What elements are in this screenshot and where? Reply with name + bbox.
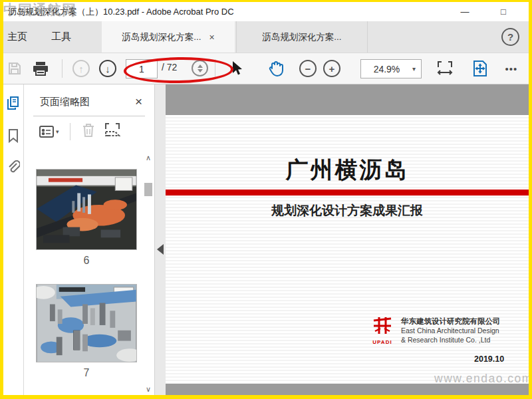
- page-7-preview-image: [36, 284, 137, 362]
- site-watermark: www.endao.com: [434, 372, 529, 384]
- maximize-button[interactable]: □: [497, 7, 510, 17]
- pdf-page: 广州横沥岛 规划深化设计方案成果汇报: [166, 115, 529, 384]
- page-number-input[interactable]: [126, 59, 158, 78]
- document-subtitle: 规划深化设计方案成果汇报: [166, 202, 529, 219]
- title-divider-line: [166, 190, 529, 196]
- title-bar: 沥岛规划深化方案（上）10.23.pdf - Adobe Acrobat Pro…: [3, 2, 529, 21]
- thumbnail-options-icon[interactable]: ▾: [39, 125, 59, 138]
- help-icon[interactable]: ?: [501, 28, 519, 46]
- next-page-icon[interactable]: ↓: [96, 53, 119, 84]
- panel-collapse-strip[interactable]: [155, 84, 166, 395]
- print-icon[interactable]: [29, 53, 53, 84]
- document-pane: 广州横沥岛 规划深化设计方案成果汇报: [166, 84, 529, 395]
- scrollbar-thumb[interactable]: [144, 183, 152, 196]
- navigation-icon-strip: [3, 84, 24, 395]
- window-title: 沥岛规划深化方案（上）10.23.pdf - Adobe Acrobat Pro…: [3, 6, 234, 18]
- page-thumbnails-icon[interactable]: [6, 95, 21, 114]
- thumbnail-page-7[interactable]: 7: [36, 284, 137, 379]
- chevron-down-icon: ▾: [56, 128, 59, 135]
- chevron-down-icon: ▾: [412, 65, 421, 72]
- minimize-button[interactable]: —: [458, 7, 471, 17]
- page-scroll-options-icon[interactable]: [192, 60, 208, 76]
- fit-width-icon[interactable]: [432, 53, 458, 84]
- more-tools-icon[interactable]: •••: [498, 53, 525, 84]
- bookmarks-icon[interactable]: [7, 128, 19, 146]
- select-tool-icon[interactable]: [224, 53, 248, 84]
- thumbnail-page-number: 6: [36, 250, 137, 267]
- document-tab-close-icon[interactable]: ×: [209, 32, 215, 43]
- upadi-logo-icon: [372, 317, 392, 338]
- company-name-en-1: East China Architectural Design: [401, 327, 501, 336]
- panel-close-icon[interactable]: ×: [135, 94, 145, 109]
- scroll-down-icon[interactable]: ∨: [143, 385, 154, 394]
- document-tab-active[interactable]: 沥岛规划深化方案... ×: [102, 21, 235, 53]
- thumbnail-list: 6: [24, 147, 154, 395]
- thumbnail-page-number: 7: [36, 362, 137, 379]
- page-count-label: / 72: [162, 62, 177, 72]
- document-date: 2019.10: [474, 354, 504, 364]
- delete-pages-icon[interactable]: [81, 122, 96, 141]
- zoom-level-value: 24.9%: [361, 64, 412, 74]
- document-tab-inactive[interactable]: 沥岛规划深化方案...: [236, 21, 368, 53]
- save-icon[interactable]: [3, 53, 26, 84]
- document-tab-label: 沥岛规划深化方案...: [122, 31, 201, 43]
- company-name-en-2: & Research Institute Co. ,Ltd: [401, 336, 501, 345]
- panel-scrollbar[interactable]: ∧ ∨: [143, 154, 154, 394]
- zoom-level-select[interactable]: 24.9% ▾: [360, 59, 422, 78]
- panel-title: 页面缩略图: [40, 96, 135, 108]
- main-area: 页面缩略图 × ▾: [3, 84, 529, 395]
- logo-caption: UPADI: [372, 339, 392, 345]
- previous-page-icon[interactable]: ↑: [70, 53, 92, 84]
- attachments-icon[interactable]: [7, 160, 20, 178]
- company-logo-block: UPADI 华东建筑设计研究院有限公司 East China Architect…: [370, 317, 501, 345]
- company-name-cn: 华东建筑设计研究院有限公司: [401, 317, 501, 327]
- scroll-up-icon[interactable]: ∧: [143, 154, 154, 162]
- tab-home[interactable]: 主页: [3, 21, 39, 53]
- panel-toolbar: ▾: [24, 116, 154, 147]
- collapse-panel-icon[interactable]: [157, 244, 164, 255]
- hand-tool-icon[interactable]: [263, 53, 289, 84]
- tab-bar: 主页 工具 沥岛规划深化方案... × 沥岛规划深化方案... ?: [3, 21, 529, 53]
- page-thumbnails-panel: 页面缩略图 × ▾: [24, 84, 155, 395]
- tab-tools[interactable]: 工具: [39, 21, 83, 53]
- zoom-in-icon[interactable]: +: [321, 53, 343, 84]
- main-toolbar: ↑ ↓ / 72 − + 24.9% ▾: [3, 53, 529, 84]
- thumbnail-page-6[interactable]: 6: [36, 169, 137, 267]
- fit-page-icon[interactable]: [467, 53, 493, 84]
- zoom-out-icon[interactable]: −: [297, 53, 319, 84]
- document-title: 广州横沥岛: [166, 155, 529, 186]
- application-window: 沥岛规划深化方案（上）10.23.pdf - Adobe Acrobat Pro…: [0, 0, 532, 399]
- page-6-preview-image: [36, 169, 137, 250]
- document-tab-label: 沥岛规划深化方案...: [262, 31, 341, 43]
- crop-pages-icon[interactable]: [104, 122, 121, 141]
